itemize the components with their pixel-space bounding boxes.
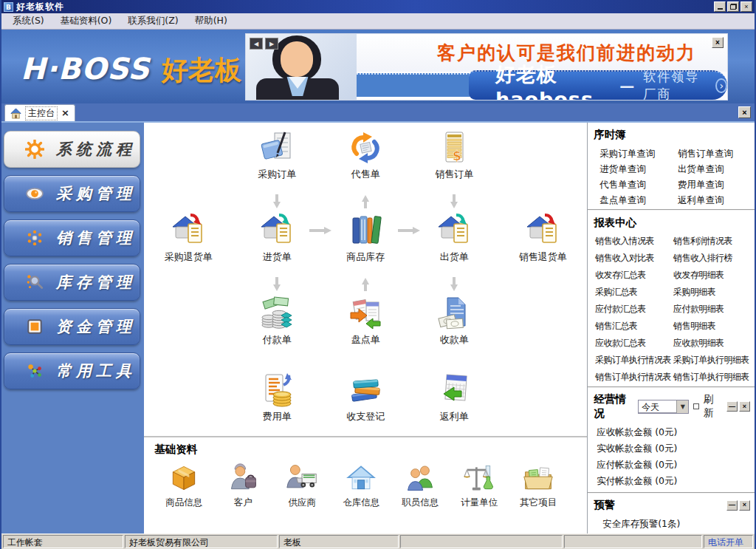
panel-row[interactable]: 安全库存预警(1条) — [594, 516, 750, 532]
menu-item[interactable]: 帮助(H) — [187, 13, 236, 29]
house-teal-icon — [259, 213, 295, 248]
menu-item[interactable]: 联系我们(Z) — [120, 13, 186, 29]
status-cell: 工作帐套 — [3, 535, 123, 548]
panel-row[interactable]: 应收帐款金额 (0元) — [594, 424, 750, 440]
refresh-button[interactable]: 刷新 — [704, 393, 722, 420]
flow-item[interactable]: 收款单 — [410, 296, 498, 359]
minimize-button[interactable] — [714, 1, 726, 12]
banner-close-button[interactable]: × — [712, 37, 724, 48]
basic-item-label: 其它项目 — [520, 497, 557, 509]
status-cells: 工作帐套好老板贸易有限公司老板 — [3, 535, 704, 548]
tab-console[interactable]: 主控台 × — [4, 104, 75, 121]
dots-icon — [25, 228, 44, 248]
menu-item[interactable]: 系统(S) — [4, 13, 52, 29]
phone-order-button[interactable]: 电话开单 — [704, 535, 753, 548]
panel-link[interactable]: 应收款明细表 — [672, 337, 750, 349]
tab-close-icon[interactable]: × — [61, 109, 69, 117]
right-panel: 序时簿 采购订单查询销售订单查询进货单查询出货单查询代售单查询费用单查询盘点单查… — [587, 123, 755, 533]
period-dropdown[interactable]: 今天 ▼ — [638, 400, 689, 414]
panel-link[interactable]: 收发存明细表 — [672, 269, 750, 282]
panel-link[interactable]: 应付款汇总表 — [594, 303, 672, 316]
panel-link[interactable]: 采购明细表 — [672, 286, 750, 299]
sidebar-button[interactable]: 资金管理 — [4, 308, 140, 345]
sidebar-button[interactable]: 系统流程 — [4, 131, 140, 168]
flow-item[interactable]: 返利单 — [410, 372, 498, 436]
flow-item[interactable]: 付款单 — [233, 296, 321, 359]
panel-link[interactable]: 销售订单执行明细表 — [672, 371, 750, 383]
basic-data-item[interactable]: 供应商 — [272, 462, 331, 509]
two-people-icon — [404, 462, 436, 494]
flow-item[interactable]: 出货单 — [410, 213, 498, 276]
panel-link[interactable]: 销售收入对比表 — [594, 252, 672, 265]
banner-ribbon: 好老板haoboss — 软件领导厂商 › — [469, 70, 727, 100]
flow-item[interactable]: 代售单 — [321, 130, 410, 194]
panel-link[interactable]: 采购汇总表 — [594, 286, 672, 299]
flow-item-label: 付款单 — [263, 333, 292, 347]
sidebar-button[interactable]: 采购管理 — [4, 175, 140, 212]
panel-link[interactable]: 销售汇总表 — [594, 320, 672, 333]
flow-item[interactable]: 销售退货单 — [498, 213, 587, 276]
panel-row[interactable]: 采购订单到期交货预警(2条) — [594, 532, 750, 533]
nodes-icon — [25, 361, 44, 381]
basic-data-item[interactable]: 仓库信息 — [331, 462, 391, 509]
basic-data-item[interactable]: 计量单位 — [450, 462, 509, 509]
panel-row[interactable]: 实付帐款金额 (0元) — [594, 473, 750, 489]
chevron-down-icon[interactable]: ▼ — [676, 400, 688, 413]
flow-item[interactable]: 盘点单 — [321, 296, 410, 359]
panel-link[interactable]: 应收款汇总表 — [594, 337, 672, 349]
sidebar-button-label: 资金管理 — [56, 316, 136, 337]
panel-link[interactable]: 进货单查询 — [594, 163, 672, 175]
flow-item-label: 进货单 — [263, 250, 292, 264]
panel-link[interactable]: 销售明细表 — [672, 320, 750, 333]
sidebar-button[interactable]: 销售管理 — [4, 219, 140, 256]
panel-link[interactable]: 应付款明细表 — [672, 303, 750, 316]
panel-link[interactable]: 出货单查询 — [672, 163, 750, 175]
panel-link[interactable]: 销售收入情况表 — [594, 235, 672, 248]
sidebar-button-label: 销售管理 — [56, 228, 136, 248]
close-button[interactable]: × — [740, 1, 752, 12]
panel-link[interactable]: 费用单查询 — [672, 178, 750, 191]
restore-button[interactable] — [727, 1, 739, 12]
ad-banner[interactable]: ◀ ▶ 客户的认可是我们前进的动力 好老板haoboss — 软件领导厂商 › … — [245, 33, 728, 100]
panel-row[interactable]: 应付帐款金额 (0元) — [594, 457, 750, 473]
sidebar-button[interactable]: 常用工具 — [4, 352, 140, 389]
flow-item[interactable]: 采购退货单 — [144, 213, 233, 276]
flow-item[interactable]: 商品库存 — [321, 213, 410, 276]
flow-row-2: 采购退货单 进货单 商品库存 出货单 销售退货单 — [144, 213, 587, 276]
panel-row[interactable]: 实收帐款金额 (0元) — [594, 440, 750, 457]
business-minimize-button[interactable]: — — [726, 401, 738, 412]
panel-link[interactable]: 采购订单查询 — [594, 147, 672, 160]
flow-item[interactable]: 收支登记 — [321, 372, 410, 436]
panel-link[interactable]: 代售单查询 — [594, 178, 672, 191]
panel-link[interactable]: 销售收入排行榜 — [672, 252, 750, 265]
panel-link[interactable]: 销售订单查询 — [672, 147, 750, 160]
panel-link[interactable]: 采购订单执行明细表 — [672, 354, 750, 366]
gear-icon — [25, 140, 44, 159]
workspace-close-button[interactable]: × — [738, 106, 751, 118]
basic-data-item[interactable]: 职员信息 — [391, 462, 450, 509]
panel-link[interactable]: 盘点单查询 — [594, 194, 672, 206]
flow-item[interactable]: $ 销售订单 — [410, 130, 498, 194]
basic-data-items: 商品信息 客户 供应商 仓库信息 职员信息 计量单位 其它项目 — [154, 462, 580, 509]
panel-link[interactable]: 返利单查询 — [672, 194, 750, 206]
panel-link[interactable]: 采购订单执行情况表 — [594, 354, 672, 366]
flow-item-label: 费用单 — [263, 410, 292, 423]
flow-item[interactable]: 进货单 — [233, 213, 321, 276]
flow-item[interactable]: 费用单 — [233, 372, 321, 436]
basic-data-section: 基础资料 商品信息 客户 供应商 仓库信息 职员信息 计量单位 其它项目 — [144, 436, 587, 509]
basic-data-item[interactable]: 客户 — [213, 462, 272, 509]
banner-prev-button[interactable]: ◀ — [250, 38, 263, 50]
panel-link[interactable]: 收发存汇总表 — [594, 269, 672, 282]
banner-next-button[interactable]: ▶ — [265, 38, 278, 50]
alerts-minimize-button[interactable]: — — [726, 500, 738, 511]
panel-link[interactable]: 销售利润情况表 — [672, 235, 750, 248]
panel-link[interactable]: 销售订单执行情况表 — [594, 371, 672, 383]
notepad-icon — [259, 130, 295, 166]
basic-data-item[interactable]: 其它项目 — [509, 462, 568, 509]
flow-item[interactable]: 采购订单 — [233, 130, 321, 194]
menu-item[interactable]: 基础资料(O) — [52, 13, 120, 29]
business-close-button[interactable]: × — [739, 401, 750, 412]
sidebar-button[interactable]: 库存管理 — [4, 264, 140, 301]
alerts-close-button[interactable]: × — [739, 500, 750, 511]
basic-data-item[interactable]: 商品信息 — [154, 462, 213, 509]
